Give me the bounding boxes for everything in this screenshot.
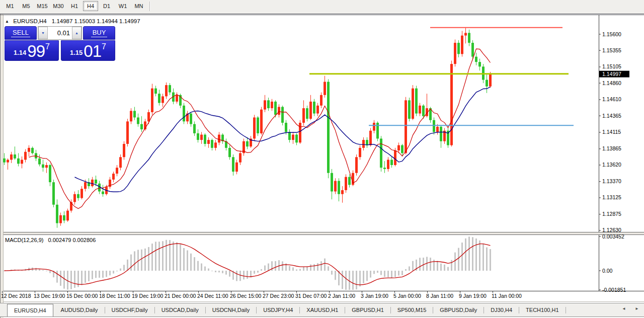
lot-increase-button[interactable]: ▲ <box>72 27 82 39</box>
price-axis-label: 1.15355 <box>602 47 621 53</box>
buy-price-display[interactable]: 1.15 01 7 <box>61 40 115 61</box>
chart-tab-bar: EURUSD,H4AUDUSD,DailyUSDCHF,DailyUSDCAD,… <box>0 303 644 317</box>
price-axis-label: 1.15105 <box>602 63 621 69</box>
chart-tab-dj30-h4[interactable]: DJ30,H4 <box>484 303 519 316</box>
mt4-terminal: M1M5M15M30H1H4D1W1MN 1.156001.153551.151… <box>0 0 644 318</box>
price-axis-label: 1.14365 <box>602 113 621 119</box>
tab-separator <box>566 307 566 313</box>
collapse-chart-icon[interactable]: ▲ <box>5 19 9 24</box>
chart-ohlc-values: 1.14987 1.15003 1.14944 1.14997 <box>52 18 140 24</box>
time-axis-label: 13 Dec 19:00 <box>34 293 65 299</box>
sell-button-label: SELL <box>11 29 30 37</box>
time-axis-label: 3 Jan 19:00 <box>361 293 388 299</box>
chart-title: ▲ EURUSD,H4 1.14987 1.15003 1.14944 1.14… <box>5 18 140 24</box>
time-axis-label: 8 Jan 11:00 <box>426 293 453 299</box>
macd-axis-label: 0.003452 <box>602 233 624 240</box>
macd-current-values: 0.002479 0.002806 <box>48 237 96 243</box>
chart-tab-gbpusd-h1[interactable]: GBPUSD,H1 <box>345 303 390 316</box>
time-axis-label: 24 Dec 11:00 <box>197 293 228 299</box>
buy-price-pipette: 7 <box>102 42 106 51</box>
price-axis-label: 1.12875 <box>602 211 621 217</box>
price-axis-label: 1.13125 <box>602 194 621 200</box>
time-axis-label: 18 Dec 11:00 <box>99 293 130 299</box>
sell-price-display[interactable]: 1.14 99 7 <box>5 40 59 61</box>
sell-button[interactable]: SELL <box>5 26 37 40</box>
chart-tab-audusd-daily[interactable]: AUDUSD,Daily <box>54 303 105 316</box>
lot-decrease-button[interactable]: ▼ <box>38 27 48 39</box>
price-axis-label: 1.13370 <box>602 178 621 184</box>
buy-price-prefix: 1.15 <box>70 49 83 56</box>
chart-tab-usdcad-daily[interactable]: USDCAD,Daily <box>155 303 205 316</box>
macd-indicator-label: MACD(12,26,9) 0.002479 0.002806 <box>5 237 96 243</box>
chart-symbol-label: EURUSD,H4 <box>13 18 46 24</box>
ma-slow-line <box>75 87 491 192</box>
price-axis-label: 1.14610 <box>602 96 621 102</box>
sell-price-pipette: 7 <box>45 42 50 51</box>
price-axis-label: 1.12630 <box>602 227 621 233</box>
price-axis-label: 1.14860 <box>602 80 621 86</box>
macd-axis-label: -0.001851 <box>602 287 626 293</box>
lot-size-stepper: ▼ ▲ <box>38 26 82 40</box>
scroll-tabs-right-icon[interactable]: ► <box>635 306 639 311</box>
price-axis-label: 1.13865 <box>602 145 621 151</box>
time-axis-label: 5 Jan 00:00 <box>393 293 421 299</box>
time-axis-label: 2 Jan 11:00 <box>328 293 355 299</box>
buy-button-label: BUY <box>91 29 108 37</box>
macd-histogram <box>4 236 491 290</box>
price-axis-label: 1.14115 <box>602 129 621 135</box>
time-axis-label: 11 Jan 00:00 <box>492 293 522 299</box>
sell-price-prefix: 1.14 <box>14 49 26 56</box>
time-axis-label: 12 Dec 2018 <box>1 293 31 299</box>
time-axis-label: 21 Dec 00:00 <box>165 293 196 299</box>
chart-tab-eurusd-h4[interactable]: EURUSD,H4 <box>7 304 53 316</box>
chart-tab-usdjpy-h4[interactable]: USDJPY,H4 <box>257 303 299 316</box>
one-click-trading-panel: SELL ▼ ▲ BUY 1.14 99 7 1.15 <box>5 26 115 61</box>
time-axis-label: 27 Dec 23:00 <box>263 293 294 299</box>
time-axis-label: 19 Dec 19:00 <box>132 293 164 299</box>
chevron-down-icon: ▼ <box>41 31 45 35</box>
chevron-up-icon: ▲ <box>75 31 78 35</box>
buy-price-big-digits: 01 <box>84 44 101 59</box>
chart-tab-sp500-m15[interactable]: SP500,M15 <box>391 303 433 316</box>
chart-tab-gbpusd-daily[interactable]: GBPUSD,Daily <box>433 303 484 316</box>
price-axis-label: 1.13620 <box>602 162 621 168</box>
time-axis-label: 26 Dec 15:00 <box>230 293 262 299</box>
tab-scroll-arrows: ◄ ► <box>614 306 639 311</box>
chart-tab-tech100-h1[interactable]: TECH100,H1 <box>519 303 565 316</box>
lot-size-input[interactable] <box>48 27 72 39</box>
sell-price-big-digits: 99 <box>27 44 45 59</box>
time-axis-label: 9 Jan 19:00 <box>459 293 487 299</box>
macd-axis-label: 0.00 <box>602 268 613 274</box>
chart-tab-usdchf-daily[interactable]: USDCHF,Daily <box>105 303 154 316</box>
scroll-tabs-left-icon[interactable]: ◄ <box>622 306 626 311</box>
chart-tab-usdcnh-daily[interactable]: USDCNH,Daily <box>206 303 257 316</box>
macd-name: MACD(12,26,9) <box>5 237 43 243</box>
current-price-value: 1.14997 <box>602 71 621 77</box>
time-axis-label: 15 Dec 00:00 <box>66 293 98 299</box>
time-axis-label: 31 Dec 07:00 <box>295 293 327 299</box>
buy-button[interactable]: BUY <box>83 26 115 40</box>
chart-tab-xauusd-h1[interactable]: XAUUSD,H1 <box>300 303 345 316</box>
price-axis-label: 1.15600 <box>602 31 621 37</box>
